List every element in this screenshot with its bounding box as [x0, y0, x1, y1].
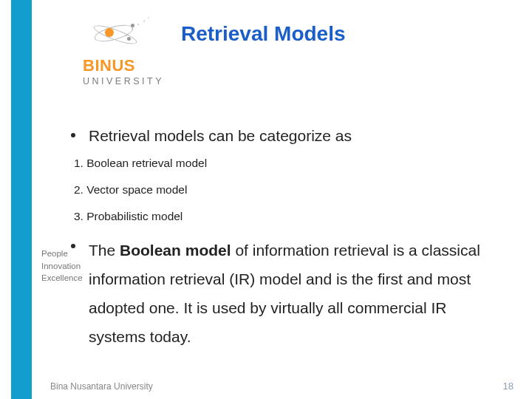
logo-block: BINUS UNIVERSITY: [61, 12, 179, 86]
bullet-dot-icon: [71, 244, 75, 248]
brand-name: BINUS: [83, 58, 179, 74]
bullet-dot-icon: [71, 133, 75, 137]
para-bold: Boolean model: [120, 242, 231, 259]
bullet-item: Retrieval models can be categorize as: [71, 126, 502, 146]
content-area: Retrieval models can be categorize as 1.…: [71, 126, 502, 362]
slide-title: Retrieval Models: [181, 22, 346, 46]
list-item: 2. Vector space model: [74, 183, 502, 197]
bullet-text: Retrieval models can be categorize as: [89, 126, 352, 146]
page-number: 18: [503, 381, 514, 392]
list-item: 1. Boolean retrieval model: [74, 157, 502, 170]
footer-left: Bina Nusantara University: [50, 381, 153, 392]
bullet-text: The Boolean model of information retriev…: [89, 236, 502, 351]
numbered-list: 1. Boolean retrieval model 2. Vector spa…: [74, 157, 502, 223]
brand-sub: UNIVERSITY: [83, 76, 179, 86]
logo-mark-icon: [86, 12, 153, 56]
bullet-item: The Boolean model of information retriev…: [71, 236, 502, 351]
para-pre: The: [89, 242, 120, 259]
sidebar-accent: [11, 0, 32, 399]
list-item: 3. Probabilistic model: [74, 210, 502, 223]
